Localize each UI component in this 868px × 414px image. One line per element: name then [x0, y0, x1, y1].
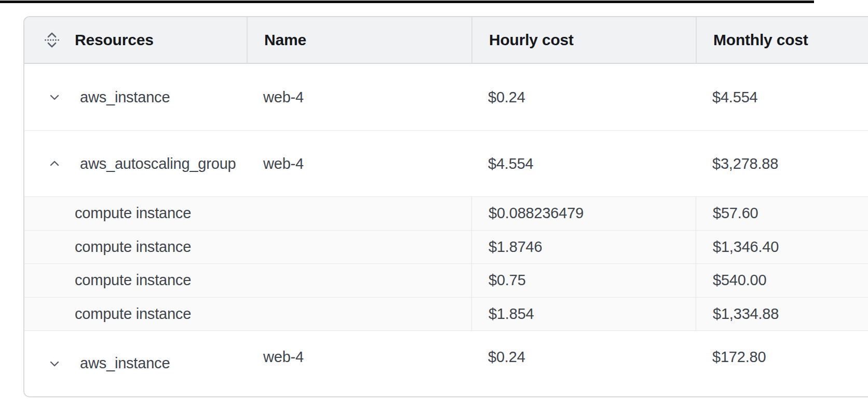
table-row-aws-instance[interactable]: aws_instance web-4 $0.24 $172.80 — [24, 330, 868, 396]
monthly-cost-value: $172.80 — [696, 325, 868, 390]
hourly-cost-value: $4.554 — [471, 131, 696, 196]
chevron-up-icon[interactable] — [46, 157, 63, 170]
resource-cell[interactable]: aws_instance — [24, 64, 247, 130]
monthly-cost-value: $540.00 — [696, 264, 868, 297]
top-divider-bar — [0, 1, 814, 3]
cost-breakdown-table: Resources Name Hourly cost Monthly cost … — [23, 16, 868, 397]
cost-component-label: compute instance — [24, 264, 471, 297]
table-header: Resources Name Hourly cost Monthly cost — [24, 17, 868, 64]
monthly-cost-value: $1,346.40 — [696, 231, 868, 264]
resource-name: web-4 — [247, 325, 471, 390]
header-label-resources: Resources — [75, 31, 154, 49]
resource-type-label: aws_autoscaling_group — [80, 155, 236, 172]
cost-component-label: compute instance — [24, 197, 471, 230]
hourly-cost-value: $0.24 — [471, 64, 696, 130]
resource-name: web-4 — [247, 64, 471, 130]
column-header-name: Name — [247, 17, 471, 63]
column-header-hourly-cost: Hourly cost — [471, 17, 696, 63]
sub-row-compute-instance: compute instance $0.75 $540.00 — [24, 263, 868, 297]
monthly-cost-value: $4.554 — [696, 64, 868, 130]
monthly-cost-value: $57.60 — [696, 197, 868, 230]
chevron-down-icon[interactable] — [46, 357, 63, 370]
column-header-monthly-cost: Monthly cost — [696, 17, 868, 63]
column-header-resources: Resources — [24, 17, 247, 63]
header-label-name: Name — [264, 31, 306, 49]
resource-name: web-4 — [247, 131, 471, 196]
resource-cell[interactable]: aws_instance — [24, 331, 247, 396]
hourly-cost-value: $0.75 — [471, 264, 696, 297]
resource-type-label: aws_instance — [80, 89, 170, 106]
hourly-cost-value: $0.24 — [471, 325, 696, 390]
sub-row-compute-instance: compute instance $1.8746 $1,346.40 — [24, 230, 868, 264]
sub-row-compute-instance: compute instance $0.088236479 $57.60 — [24, 196, 868, 230]
table-row-aws-autoscaling-group[interactable]: aws_autoscaling_group web-4 $4.554 $3,27… — [24, 130, 868, 196]
resource-cell[interactable]: aws_autoscaling_group — [24, 131, 247, 196]
header-label-monthly-cost: Monthly cost — [713, 31, 808, 49]
resource-type-label: aws_instance — [80, 355, 170, 372]
hourly-cost-value: $1.8746 — [471, 231, 696, 264]
monthly-cost-value: $3,278.88 — [696, 131, 868, 196]
table-row-aws-instance[interactable]: aws_instance web-4 $0.24 $4.554 — [24, 64, 868, 130]
header-label-hourly-cost: Hourly cost — [489, 31, 574, 49]
chevron-down-icon[interactable] — [46, 91, 63, 103]
expand-collapse-all-icon[interactable] — [44, 30, 60, 50]
hourly-cost-value: $0.088236479 — [471, 197, 696, 230]
cost-component-label: compute instance — [24, 231, 471, 264]
